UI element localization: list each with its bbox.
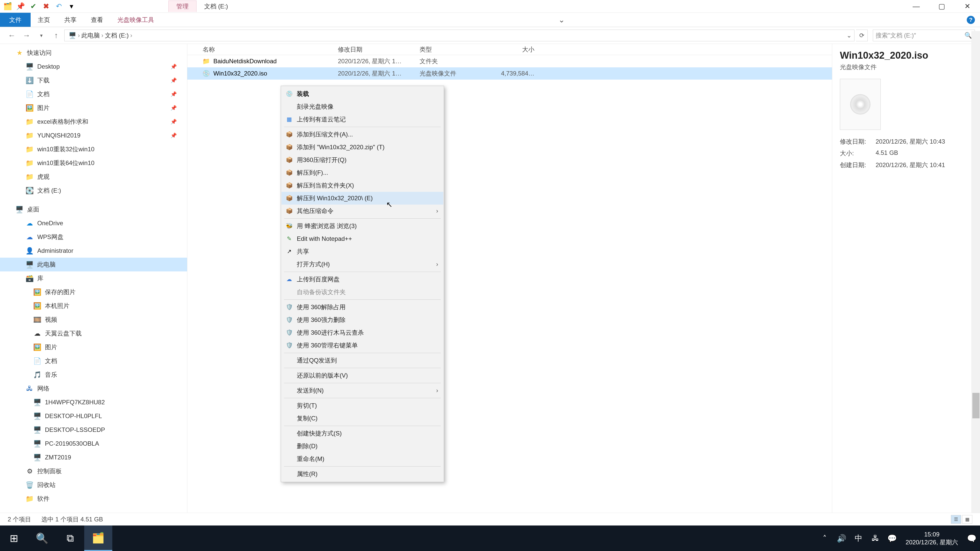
menu-open-360[interactable]: 📦用360压缩打开(Q) — [282, 154, 443, 166]
sidebar-network[interactable]: 🖧网络 — [0, 382, 187, 395]
menu-share[interactable]: ↗共享 — [282, 245, 443, 258]
sidebar-item[interactable]: 🎞️视频 — [0, 313, 187, 327]
menu-add-archive[interactable]: 📦添加到压缩文件(A)... — [282, 128, 443, 141]
manage-contextual-tab[interactable]: 管理 — [169, 0, 197, 12]
menu-youdao[interactable]: ▦上传到有道云笔记 — [282, 113, 443, 126]
sidebar-item[interactable]: ⬇️下载📌 — [0, 73, 187, 87]
crumb-drive[interactable]: 文档 (E:) — [103, 32, 130, 40]
check-icon[interactable]: ✔ — [28, 1, 38, 11]
menu-notepad[interactable]: ✎Edit with Notepad++ — [282, 232, 443, 245]
sidebar-wps[interactable]: ☁WPS网盘 — [0, 230, 187, 244]
sidebar-item[interactable]: 🖼️本机照片 — [0, 299, 187, 313]
menu-extract-dir[interactable]: 📦解压到 Win10x32_2020\ (E) — [282, 192, 443, 205]
tab-disc-tools[interactable]: 光盘映像工具 — [110, 13, 161, 27]
undo-icon[interactable]: ↶ — [54, 1, 64, 11]
explorer-taskbar[interactable]: 🗂️ — [84, 526, 112, 551]
sidebar-item[interactable]: 🖥️DESKTOP-HL0PLFL — [0, 409, 187, 423]
network-icon[interactable]: 🖧 — [867, 526, 884, 551]
action-center-icon[interactable]: 💬 — [884, 526, 900, 551]
sidebar-recycle-bin[interactable]: 🗑️回收站 — [0, 478, 187, 492]
sidebar-item[interactable]: 📁win10重装32位win10 — [0, 142, 187, 156]
menu-create-shortcut[interactable]: 创建快捷方式(S) — [282, 427, 443, 440]
recent-dropdown[interactable]: ▾ — [35, 30, 48, 41]
sidebar-item[interactable]: 📁YUNQISHI2019📌 — [0, 129, 187, 142]
sidebar-this-pc[interactable]: 🖥️此电脑 — [0, 258, 187, 272]
table-row-selected[interactable]: 💿Win10x32_2020.iso 2020/12/26, 星期六 1… 光盘… — [187, 67, 832, 79]
sidebar-item[interactable]: 📁win10重装64位win10 — [0, 156, 187, 170]
sidebar-item[interactable]: 🖥️Desktop📌 — [0, 60, 187, 73]
scrollbar[interactable] — [971, 31, 980, 526]
menu-copy[interactable]: 复制(C) — [282, 412, 443, 425]
menu-extract-here[interactable]: 📦解压到当前文件夹(X) — [282, 179, 443, 192]
col-name[interactable]: 名称 — [187, 45, 338, 54]
forward-button[interactable]: → — [20, 30, 33, 41]
notification-icon[interactable]: 🗨️ — [963, 526, 980, 551]
view-icons-button[interactable]: ▦ — [962, 515, 972, 524]
sidebar-item[interactable]: 🖥️1H4WPFQ7KZ8HU82 — [0, 395, 187, 409]
menu-360-unlock[interactable]: 🛡️使用 360解除占用 — [282, 301, 443, 313]
tab-home[interactable]: 主页 — [30, 13, 57, 27]
sidebar-item[interactable]: 🖥️DESKTOP-LSSOEDP — [0, 423, 187, 437]
refresh-button[interactable]: ⟳ — [856, 30, 868, 41]
search-input[interactable]: 搜索"文档 (E:)" 🔍 — [873, 30, 975, 41]
sidebar-control-panel[interactable]: ⚙控制面板 — [0, 464, 187, 478]
tray-expand-icon[interactable]: ˄ — [816, 526, 833, 551]
volume-icon[interactable]: 🔊 — [833, 526, 850, 551]
sidebar-item[interactable]: 📁excel表格制作求和📌 — [0, 115, 187, 129]
ribbon-min-icon[interactable]: ⌄ — [558, 15, 565, 24]
chevron-down-icon[interactable]: ⌄ — [846, 32, 852, 39]
menu-other-compress[interactable]: 📦其他压缩命令› — [282, 205, 443, 218]
breadcrumb[interactable]: 🖥️ › 此电脑 › 文档 (E:) › ⌄ — [64, 30, 854, 41]
menu-360-manage-menu[interactable]: 🛡️使用 360管理右键菜单 — [282, 339, 443, 352]
col-type[interactable]: 类型 — [420, 45, 491, 54]
col-date[interactable]: 修改日期 — [338, 45, 420, 54]
view-details-button[interactable]: ☰ — [951, 515, 961, 524]
sidebar-item[interactable]: 📄文档📌 — [0, 87, 187, 101]
menu-mount[interactable]: 💿装载 — [282, 87, 443, 100]
menu-open-with[interactable]: 打开方式(H)› — [282, 258, 443, 271]
menu-extract-to[interactable]: 📦解压到(F)... — [282, 166, 443, 179]
sidebar-quick-access[interactable]: ★快速访问 — [0, 46, 187, 60]
tab-file[interactable]: 文件 — [0, 13, 30, 27]
close-button[interactable]: ✕ — [955, 0, 980, 13]
crumb-pc[interactable]: 此电脑 — [80, 32, 101, 40]
menu-delete[interactable]: 删除(D) — [282, 440, 443, 453]
menu-send-to[interactable]: 发送到(N)› — [282, 384, 443, 397]
minimize-button[interactable]: — — [904, 0, 929, 13]
sidebar-item[interactable]: ☁天翼云盘下载 — [0, 327, 187, 340]
sidebar-item[interactable]: 🖼️保存的图片 — [0, 285, 187, 299]
menu-add-zip[interactable]: 📦添加到 "Win10x32_2020.zip" (T) — [282, 141, 443, 154]
sidebar-libraries[interactable]: 🗃️库 — [0, 272, 187, 285]
clock[interactable]: 15:09 2020/12/26, 星期六 — [900, 530, 963, 546]
col-size[interactable]: 大小 — [491, 45, 542, 54]
search-button[interactable]: 🔍 — [28, 526, 56, 551]
menu-360-force-delete[interactable]: 🛡️使用 360强力删除 — [282, 313, 443, 326]
menu-burn[interactable]: 刻录光盘映像 — [282, 100, 443, 113]
task-view-button[interactable]: ⧉ — [56, 526, 84, 551]
cross-icon[interactable]: ✖ — [41, 1, 51, 11]
sidebar-item[interactable]: 🖥️ZMT2019 — [0, 451, 187, 464]
sidebar-item[interactable]: 🖥️PC-20190530OBLA — [0, 437, 187, 451]
sidebar-onedrive[interactable]: ☁OneDrive — [0, 216, 187, 230]
pin-icon[interactable]: 📌 — [15, 1, 25, 11]
sidebar-item[interactable]: 💽文档 (E:) — [0, 184, 187, 197]
menu-bee-browse[interactable]: 🐝用 蜂蜜浏览器 浏览(3) — [282, 220, 443, 232]
sidebar-software[interactable]: 📁软件 — [0, 492, 187, 506]
dropdown-icon[interactable]: ▾ — [66, 1, 76, 11]
sidebar-admin[interactable]: 👤Administrator — [0, 244, 187, 258]
maximize-button[interactable]: ▢ — [929, 0, 955, 13]
help-icon[interactable]: ? — [967, 16, 975, 24]
sidebar-item[interactable]: 🖼️图片 — [0, 340, 187, 354]
menu-rename[interactable]: 重命名(M) — [282, 453, 443, 465]
ime-indicator[interactable]: 中 — [850, 526, 867, 551]
up-button[interactable]: ↑ — [49, 30, 63, 41]
scrollbar-thumb[interactable] — [972, 393, 980, 418]
tab-share[interactable]: 共享 — [57, 13, 84, 27]
sidebar-item[interactable]: 🎵音乐 — [0, 368, 187, 382]
sidebar-item[interactable]: 📄文档 — [0, 354, 187, 368]
back-button[interactable]: ← — [5, 30, 18, 41]
menu-properties[interactable]: 属性(R) — [282, 468, 443, 480]
menu-qq-send[interactable]: 通过QQ发送到 — [282, 354, 443, 367]
menu-cut[interactable]: 剪切(T) — [282, 399, 443, 412]
menu-restore-previous[interactable]: 还原以前的版本(V) — [282, 369, 443, 382]
